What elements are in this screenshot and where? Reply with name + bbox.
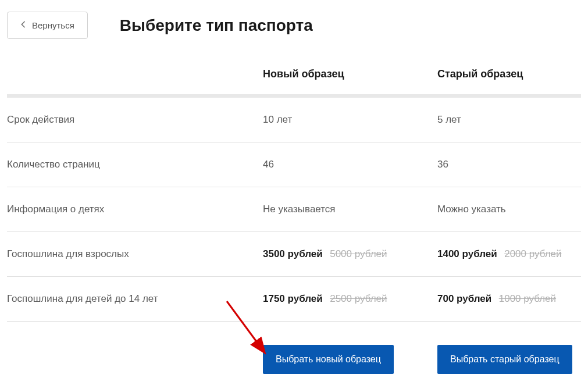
cell-value: Не указывается bbox=[263, 204, 336, 215]
table-row: Количество страниц 46 36 bbox=[7, 142, 581, 187]
table-row: Госпошлина для взрослых 3500 рублей 5000… bbox=[7, 232, 581, 277]
price-old: 1000 рублей bbox=[499, 293, 556, 304]
price-current: 700 рублей bbox=[437, 293, 491, 304]
chevron-left-icon bbox=[20, 20, 26, 30]
price-current: 1750 рублей bbox=[263, 293, 323, 304]
row-label: Госпошлина для детей до 14 лет bbox=[7, 293, 158, 304]
column-header-new: Новый образец bbox=[263, 68, 344, 80]
page-title: Выберите тип паспорта bbox=[120, 12, 313, 35]
cell-value: 46 bbox=[263, 159, 274, 170]
price-old: 5000 рублей bbox=[330, 248, 387, 259]
table-row: Госпошлина для детей до 14 лет 1750 рубл… bbox=[7, 277, 581, 322]
cell-value: 10 лет bbox=[263, 114, 292, 125]
row-label: Информация о детях bbox=[7, 204, 104, 215]
table-row: Срок действия 10 лет 5 лет bbox=[7, 98, 581, 142]
select-new-button[interactable]: Выбрать новый образец bbox=[263, 345, 394, 374]
row-label: Количество страниц bbox=[7, 159, 100, 170]
select-old-button[interactable]: Выбрать старый образец bbox=[437, 345, 572, 374]
cell-value: 5 лет bbox=[437, 114, 461, 125]
price-current: 3500 рублей bbox=[263, 248, 323, 259]
cell-value: Можно указать bbox=[437, 204, 506, 215]
row-label: Госпошлина для взрослых bbox=[7, 248, 129, 259]
button-row: Выбрать новый образец Выбрать старый обр… bbox=[7, 322, 581, 374]
back-button-label: Вернуться bbox=[32, 20, 74, 30]
price-old: 2500 рублей bbox=[330, 293, 387, 304]
row-label: Срок действия bbox=[7, 114, 74, 125]
cell-value: 36 bbox=[437, 159, 448, 170]
price-current: 1400 рублей bbox=[437, 248, 497, 259]
back-button[interactable]: Вернуться bbox=[7, 12, 88, 39]
table-header-row: Новый образец Старый образец bbox=[7, 68, 581, 94]
table-row: Информация о детях Не указывается Можно … bbox=[7, 187, 581, 232]
comparison-table: Новый образец Старый образец Срок действ… bbox=[7, 68, 581, 374]
column-header-old: Старый образец bbox=[437, 68, 523, 80]
price-old: 2000 рублей bbox=[504, 248, 561, 259]
